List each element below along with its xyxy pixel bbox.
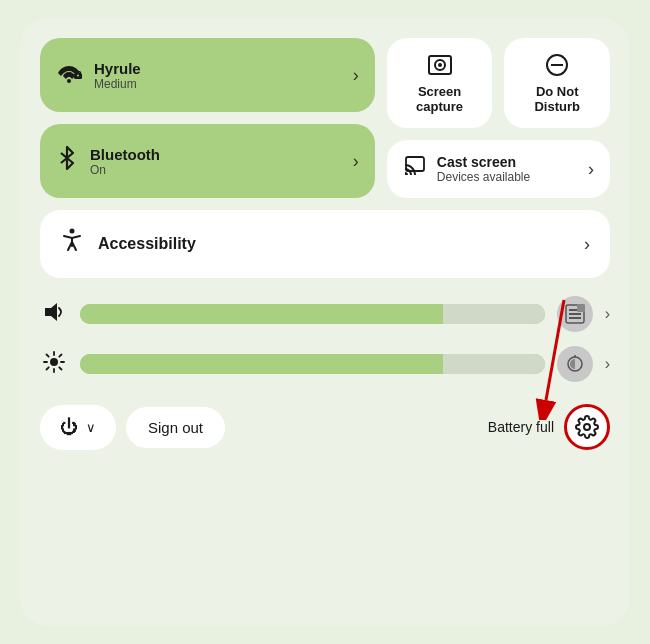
brightness-end-icon[interactable] <box>557 346 593 382</box>
volume-end-icon[interactable] <box>557 296 593 332</box>
right-tiles: Screen capture Do Not Disturb <box>387 38 610 198</box>
svg-point-30 <box>584 424 590 430</box>
power-icon: ⏻ <box>60 417 78 438</box>
svg-point-10 <box>70 229 75 234</box>
bluetooth-subtitle: On <box>90 163 341 177</box>
wifi-tile-text: Hyrule Medium <box>94 60 341 91</box>
brightness-track[interactable] <box>80 354 545 374</box>
bluetooth-icon <box>56 145 78 177</box>
wifi-tile[interactable]: Hyrule Medium › <box>40 38 375 112</box>
svg-marker-11 <box>45 303 57 321</box>
sliders-section: › <box>40 290 610 388</box>
right-top-tiles: Screen capture Do Not Disturb <box>387 38 610 128</box>
bluetooth-tile-text: Bluetooth On <box>90 146 341 177</box>
bluetooth-title: Bluetooth <box>90 146 341 163</box>
svg-rect-16 <box>577 304 585 312</box>
cast-icon <box>403 154 427 184</box>
bottom-right-area: Battery full <box>235 404 610 450</box>
brightness-icon <box>40 351 68 378</box>
do-not-disturb-icon <box>544 52 570 84</box>
cast-screen-text: Cast screen Devices available <box>437 154 578 184</box>
quick-settings-panel: Hyrule Medium › Bluetooth On › <box>20 18 630 626</box>
screen-capture-icon <box>427 52 453 84</box>
wifi-icon <box>56 59 82 91</box>
cast-chevron: › <box>588 159 594 180</box>
cast-screen-subtitle: Devices available <box>437 170 578 184</box>
accessibility-icon <box>60 228 84 260</box>
sign-out-button[interactable]: Sign out <box>126 407 225 448</box>
bluetooth-chevron: › <box>353 151 359 172</box>
top-tiles-row: Hyrule Medium › Bluetooth On › <box>40 38 610 198</box>
svg-rect-9 <box>406 157 424 171</box>
svg-point-6 <box>438 63 442 67</box>
svg-line-25 <box>47 367 49 369</box>
screen-capture-label2: capture <box>416 99 463 114</box>
battery-status: Battery full <box>235 419 554 435</box>
brightness-expand-chevron[interactable]: › <box>605 355 610 373</box>
brightness-slider-row: › <box>40 346 610 382</box>
wifi-chevron: › <box>353 65 359 86</box>
svg-line-22 <box>47 354 49 356</box>
volume-track[interactable] <box>80 304 545 324</box>
cast-screen-tile[interactable]: Cast screen Devices available › <box>387 140 610 198</box>
do-not-disturb-tile[interactable]: Do Not Disturb <box>504 38 610 128</box>
accessibility-tile[interactable]: Accessibility › <box>40 210 610 278</box>
svg-line-23 <box>59 367 61 369</box>
accessibility-label: Accessibility <box>98 235 570 253</box>
svg-point-17 <box>50 358 58 366</box>
volume-slider-row: › <box>40 296 610 332</box>
settings-button[interactable] <box>564 404 610 450</box>
left-tiles: Hyrule Medium › Bluetooth On › <box>40 38 375 198</box>
sign-out-label: Sign out <box>148 419 203 436</box>
accessibility-chevron: › <box>584 234 590 255</box>
wifi-title: Hyrule <box>94 60 341 77</box>
bluetooth-tile[interactable]: Bluetooth On › <box>40 124 375 198</box>
cast-screen-title: Cast screen <box>437 154 578 170</box>
svg-point-0 <box>67 79 71 83</box>
settings-icon <box>575 415 599 439</box>
svg-point-3 <box>77 75 79 77</box>
settings-area <box>564 404 610 450</box>
svg-line-24 <box>59 354 61 356</box>
screen-capture-tile[interactable]: Screen capture <box>387 38 493 128</box>
power-button[interactable]: ⏻ ∨ <box>40 405 116 450</box>
volume-icon <box>40 301 68 328</box>
do-not-disturb-label2: Disturb <box>534 99 580 114</box>
bottom-bar: ⏻ ∨ Sign out Battery full <box>40 404 610 450</box>
power-chevron: ∨ <box>86 420 96 435</box>
volume-expand-chevron[interactable]: › <box>605 305 610 323</box>
wifi-subtitle: Medium <box>94 77 341 91</box>
screen-capture-label: Screen <box>418 84 461 99</box>
do-not-disturb-label: Do Not <box>536 84 579 99</box>
